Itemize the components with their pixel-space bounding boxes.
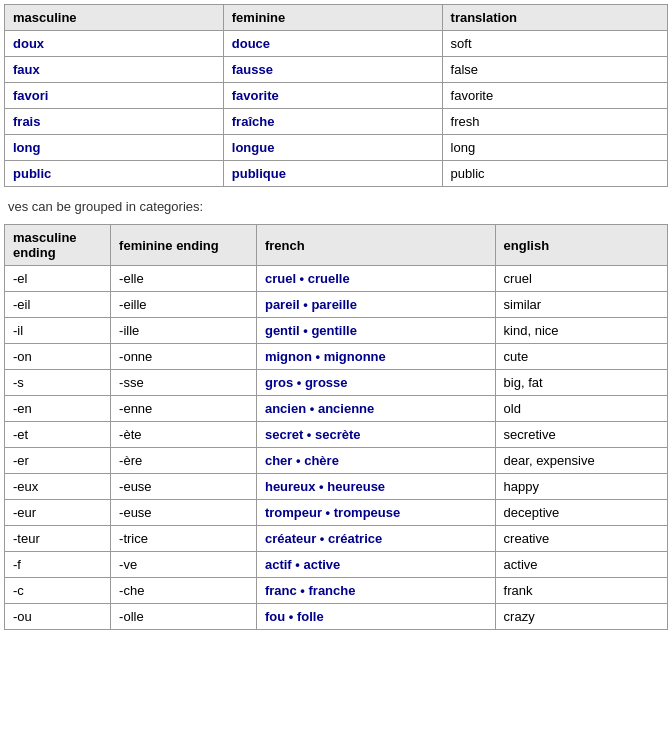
- french-cell: fou • folle: [256, 604, 495, 630]
- masc-end-cell: -s: [5, 370, 111, 396]
- english-cell: cruel: [495, 266, 667, 292]
- col-fem-ending: feminine ending: [111, 225, 257, 266]
- fem-end-cell: -eille: [111, 292, 257, 318]
- col-french: french: [256, 225, 495, 266]
- table-row: -eur -euse trompeur • trompeuse deceptiv…: [5, 500, 668, 526]
- masc-end-cell: -en: [5, 396, 111, 422]
- masc-cell: long: [5, 135, 224, 161]
- english-cell: kind, nice: [495, 318, 667, 344]
- french-cell: secret • secrète: [256, 422, 495, 448]
- masc-end-cell: -teur: [5, 526, 111, 552]
- col-masculine: masculine: [5, 5, 224, 31]
- fem-end-cell: -ète: [111, 422, 257, 448]
- table-row: faux fausse false: [5, 57, 668, 83]
- french-cell: mignon • mignonne: [256, 344, 495, 370]
- table-row: -il -ille gentil • gentille kind, nice: [5, 318, 668, 344]
- trans-cell: long: [442, 135, 667, 161]
- masc-end-cell: -il: [5, 318, 111, 344]
- masc-cell: doux: [5, 31, 224, 57]
- masc-end-cell: -on: [5, 344, 111, 370]
- masc-end-cell: -eur: [5, 500, 111, 526]
- masc-cell: public: [5, 161, 224, 187]
- fem-end-cell: -sse: [111, 370, 257, 396]
- ending-categories-table: masculine ending feminine ending french …: [4, 224, 668, 630]
- french-cell: heureux • heureuse: [256, 474, 495, 500]
- fem-cell: fausse: [223, 57, 442, 83]
- masc-cell: favori: [5, 83, 224, 109]
- col-masc-ending: masculine ending: [5, 225, 111, 266]
- table-row: -teur -trice créateur • créatrice creati…: [5, 526, 668, 552]
- col-english: english: [495, 225, 667, 266]
- table-row: -el -elle cruel • cruelle cruel: [5, 266, 668, 292]
- table-row: -et -ète secret • secrète secretive: [5, 422, 668, 448]
- table-row: -s -sse gros • grosse big, fat: [5, 370, 668, 396]
- table-row: -ou -olle fou • folle crazy: [5, 604, 668, 630]
- french-cell: ancien • ancienne: [256, 396, 495, 422]
- english-cell: old: [495, 396, 667, 422]
- fem-end-cell: -onne: [111, 344, 257, 370]
- english-cell: big, fat: [495, 370, 667, 396]
- masc-end-cell: -eux: [5, 474, 111, 500]
- english-cell: happy: [495, 474, 667, 500]
- col-translation: translation: [442, 5, 667, 31]
- french-cell: créateur • créatrice: [256, 526, 495, 552]
- french-cell: franc • franche: [256, 578, 495, 604]
- fem-end-cell: -euse: [111, 474, 257, 500]
- english-cell: frank: [495, 578, 667, 604]
- fem-cell: douce: [223, 31, 442, 57]
- fem-end-cell: -ille: [111, 318, 257, 344]
- trans-cell: fresh: [442, 109, 667, 135]
- table-row: doux douce soft: [5, 31, 668, 57]
- table-row: -on -onne mignon • mignonne cute: [5, 344, 668, 370]
- fem-end-cell: -olle: [111, 604, 257, 630]
- masc-cell: faux: [5, 57, 224, 83]
- fem-end-cell: -enne: [111, 396, 257, 422]
- masc-end-cell: -eil: [5, 292, 111, 318]
- french-cell: cruel • cruelle: [256, 266, 495, 292]
- english-cell: active: [495, 552, 667, 578]
- english-cell: cute: [495, 344, 667, 370]
- french-cell: trompeur • trompeuse: [256, 500, 495, 526]
- masc-end-cell: -el: [5, 266, 111, 292]
- french-cell: actif • active: [256, 552, 495, 578]
- irregular-adjectives-table: masculine feminine translation doux douc…: [4, 4, 668, 187]
- table-row: frais fraîche fresh: [5, 109, 668, 135]
- fem-end-cell: -che: [111, 578, 257, 604]
- masc-end-cell: -c: [5, 578, 111, 604]
- english-cell: dear, expensive: [495, 448, 667, 474]
- table-row: -c -che franc • franche frank: [5, 578, 668, 604]
- trans-cell: public: [442, 161, 667, 187]
- fem-cell: longue: [223, 135, 442, 161]
- col-feminine: feminine: [223, 5, 442, 31]
- fem-cell: fraîche: [223, 109, 442, 135]
- masc-end-cell: -ou: [5, 604, 111, 630]
- table-row: -eil -eille pareil • pareille similar: [5, 292, 668, 318]
- fem-end-cell: -elle: [111, 266, 257, 292]
- masc-cell: frais: [5, 109, 224, 135]
- english-cell: similar: [495, 292, 667, 318]
- english-cell: secretive: [495, 422, 667, 448]
- english-cell: deceptive: [495, 500, 667, 526]
- table-row: -eux -euse heureux • heureuse happy: [5, 474, 668, 500]
- table-row: -f -ve actif • active active: [5, 552, 668, 578]
- table-row: long longue long: [5, 135, 668, 161]
- french-cell: pareil • pareille: [256, 292, 495, 318]
- masc-end-cell: -er: [5, 448, 111, 474]
- french-cell: gros • grosse: [256, 370, 495, 396]
- fem-end-cell: -ère: [111, 448, 257, 474]
- table-row: -en -enne ancien • ancienne old: [5, 396, 668, 422]
- fem-end-cell: -ve: [111, 552, 257, 578]
- trans-cell: soft: [442, 31, 667, 57]
- masc-end-cell: -et: [5, 422, 111, 448]
- fem-cell: favorite: [223, 83, 442, 109]
- table-row: favori favorite favorite: [5, 83, 668, 109]
- french-cell: gentil • gentille: [256, 318, 495, 344]
- english-cell: crazy: [495, 604, 667, 630]
- english-cell: creative: [495, 526, 667, 552]
- trans-cell: favorite: [442, 83, 667, 109]
- section-description: ves can be grouped in categories:: [4, 197, 668, 216]
- table-row: public publique public: [5, 161, 668, 187]
- fem-cell: publique: [223, 161, 442, 187]
- french-cell: cher • chère: [256, 448, 495, 474]
- masc-end-cell: -f: [5, 552, 111, 578]
